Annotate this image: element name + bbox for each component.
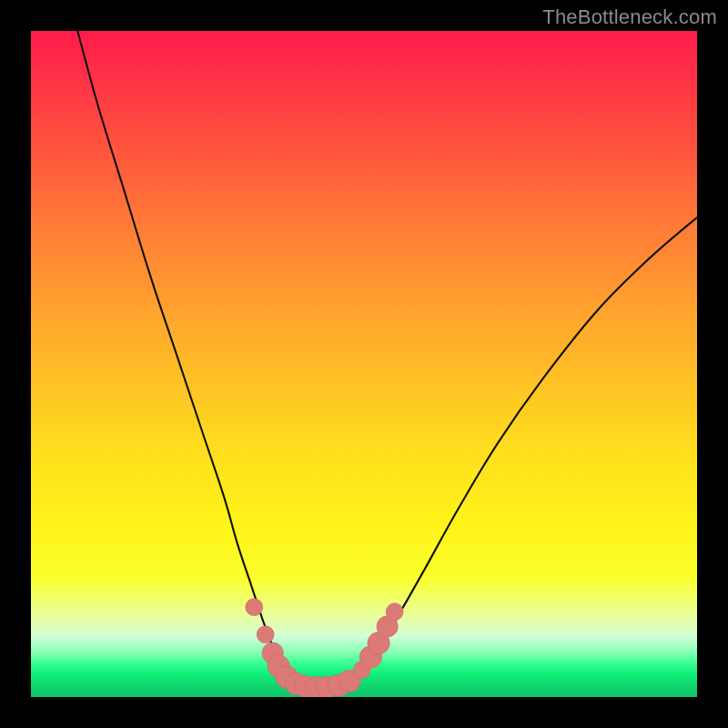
app-frame: TheBottleneck.com — [0, 0, 728, 728]
curve-marker — [246, 599, 263, 616]
curve-marker — [386, 603, 403, 621]
curve-markers — [246, 599, 403, 697]
plot-area — [31, 31, 697, 697]
bottleneck-chart — [31, 31, 697, 697]
watermark-text: TheBottleneck.com — [542, 5, 717, 29]
curve-marker — [257, 626, 274, 643]
bottleneck-curve-line — [77, 31, 697, 688]
